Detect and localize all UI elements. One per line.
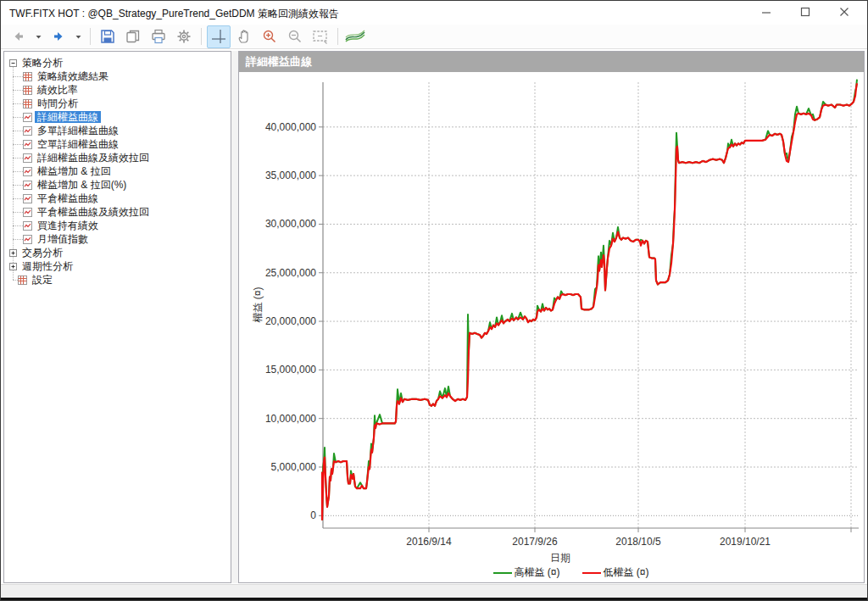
tree-item-8[interactable]: 詳細權益曲線及績效拉回 — [4, 151, 152, 164]
zoom-out-tool-button[interactable] — [283, 25, 307, 48]
nav-forward-options-button[interactable] — [72, 25, 85, 48]
tree-item-label: 策略績效總結果 — [35, 70, 111, 82]
report-tree-panel: 策略分析策略績效總結果績效比率時間分析詳細權益曲線多單詳細權益曲線空單詳細權益曲… — [3, 51, 231, 583]
tree-stub — [13, 225, 23, 226]
chart-panel-header: 詳細權益曲線 — [239, 52, 864, 72]
legend-label: 高權益 (¤) — [515, 565, 560, 580]
status-bar — [1, 584, 867, 598]
title-bar: TWF.FITX HOT : @QB_Strategy_PureTrend_Ge… — [1, 1, 867, 25]
tree-stub — [13, 239, 23, 240]
crosshair-tool-button[interactable] — [207, 25, 231, 48]
tree-item-17[interactable]: 設定 — [4, 273, 55, 287]
tree-item-label: 月增值指數 — [35, 233, 91, 245]
tree-item-15[interactable]: 交易分析 — [4, 246, 65, 259]
zoom-reset-tool-button[interactable] — [309, 25, 332, 48]
tree-item-9[interactable]: 權益增加 & 拉回 — [4, 164, 114, 178]
tree-item-11[interactable]: 平倉權益曲線 — [4, 192, 101, 205]
tree-item-1[interactable]: 策略分析 — [4, 56, 65, 70]
tree-item-label: 交易分析 — [19, 247, 65, 259]
copy-report-button[interactable] — [121, 25, 145, 48]
chart-panel[interactable]: 詳細權益曲線 — [238, 51, 865, 583]
tree-stub — [13, 144, 23, 145]
legend-item: 低權益 (¤) — [582, 565, 649, 580]
tree-stub — [13, 131, 23, 131]
table-icon — [18, 275, 27, 285]
maximize-button[interactable] — [786, 1, 825, 25]
tree-item-label: 詳細權益曲線及績效拉回 — [35, 152, 152, 164]
chart-icon — [23, 167, 32, 176]
legend-label: 低權益 (¤) — [604, 565, 649, 580]
chart-icon — [23, 194, 32, 203]
window-bottom-edge — [1, 598, 867, 601]
toolbar-separator — [90, 28, 91, 45]
plus-expander-icon[interactable] — [9, 263, 17, 270]
legend-item: 高權益 (¤) — [493, 565, 560, 580]
equity-curves-icon — [344, 28, 366, 45]
window-controls — [747, 1, 864, 25]
tree-stub — [13, 103, 23, 104]
legend-swatch — [582, 572, 601, 574]
pan-tool-button[interactable] — [232, 25, 256, 48]
tree-item-label: 績效比率 — [35, 84, 81, 96]
tree-item-4[interactable]: 時間分析 — [4, 97, 81, 110]
close-button[interactable] — [825, 1, 864, 25]
window-title: TWF.FITX HOT : @QB_Strategy_PureTrend_Ge… — [9, 7, 339, 21]
toolbar-separator — [201, 28, 202, 45]
save-button[interactable] — [96, 25, 120, 48]
pan-tool-icon — [236, 28, 253, 45]
tree-item-14[interactable]: 月增值指數 — [4, 232, 91, 246]
toolbar — [1, 25, 867, 49]
chart-legend: 高權益 (¤)低權益 (¤) — [323, 565, 819, 580]
tree-stub — [13, 90, 23, 91]
nav-forward-button[interactable] — [47, 25, 70, 48]
tree-stub — [13, 76, 23, 77]
maximize-icon — [800, 5, 810, 20]
tree-item-6[interactable]: 多單詳細權益曲線 — [4, 124, 121, 137]
save-icon — [99, 28, 116, 45]
tree-item-label: 平倉權益曲線 — [35, 192, 101, 204]
y-axis-title: 權益 (¤) — [251, 259, 265, 352]
zoom-out-tool-icon — [287, 28, 303, 45]
minimize-icon — [761, 5, 771, 20]
tree-item-label: 多單詳細權益曲線 — [35, 125, 121, 136]
nav-forward-icon — [50, 28, 67, 45]
tree-item-5[interactable]: 詳細權益曲線 — [4, 110, 101, 124]
crosshair-tool-icon — [209, 27, 228, 46]
tree-item-label: 空單詳細權益曲線 — [35, 138, 121, 150]
settings-button[interactable] — [172, 25, 196, 48]
tree-stub — [13, 185, 23, 186]
tree-item-label: 時間分析 — [35, 97, 81, 109]
tree-item-label: 買進持有績效 — [35, 220, 101, 231]
print-icon — [150, 28, 167, 45]
nav-back-button[interactable] — [7, 25, 31, 48]
table-icon — [23, 99, 32, 109]
nav-back-icon — [10, 28, 27, 45]
tree-item-label: 權益增加 & 拉回 — [35, 165, 114, 177]
print-button[interactable] — [147, 25, 170, 48]
tree-item-13[interactable]: 買進持有績效 — [4, 219, 101, 232]
tree-item-12[interactable]: 平倉權益曲線及績效拉回 — [4, 205, 152, 219]
minus-expander-icon[interactable] — [9, 59, 17, 67]
zoom-in-tool-button[interactable] — [258, 25, 281, 48]
tree-item-2[interactable]: 策略績效總結果 — [4, 70, 111, 83]
equity-curves-button[interactable] — [343, 25, 367, 48]
tree-item-3[interactable]: 績效比率 — [4, 83, 81, 97]
plus-expander-icon[interactable] — [9, 249, 17, 257]
tree-item-label: 策略分析 — [19, 57, 65, 69]
copy-report-icon — [125, 28, 142, 45]
tree-item-16[interactable]: 週期性分析 — [4, 259, 75, 273]
panel-splitter[interactable] — [231, 51, 238, 583]
minimize-button[interactable] — [747, 1, 786, 25]
table-icon — [23, 72, 32, 81]
tree-item-label: 週期性分析 — [19, 260, 75, 272]
report-tree: 策略分析策略績效總結果績效比率時間分析詳細權益曲線多單詳細權益曲線空單詳細權益曲… — [4, 52, 231, 582]
chart-icon — [23, 208, 32, 217]
chart-icon — [23, 126, 32, 136]
tree-item-7[interactable]: 空單詳細權益曲線 — [4, 137, 121, 151]
tree-item-10[interactable]: 權益增加 & 拉回(%) — [4, 178, 129, 192]
nav-back-options-button[interactable] — [32, 25, 45, 48]
chart-icon — [23, 113, 32, 122]
tree-item-label: 平倉權益曲線及績效拉回 — [35, 206, 152, 218]
tree-stub — [13, 158, 23, 159]
tree-item-label: 詳細權益曲線 — [35, 111, 101, 123]
